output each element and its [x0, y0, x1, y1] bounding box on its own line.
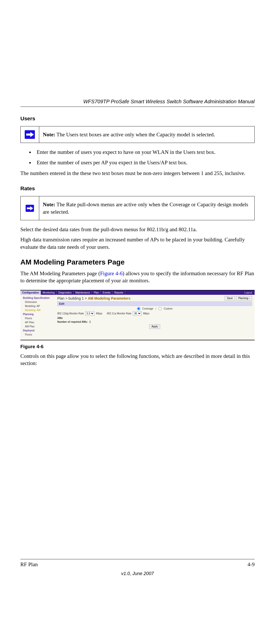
apply-button[interactable]: Apply — [149, 324, 160, 329]
doc-header-title: WFS709TP ProSafe Smart Wireless Switch S… — [20, 99, 255, 107]
required-ams-value: 1 — [89, 320, 91, 323]
ams-label: AMs — [57, 317, 63, 319]
footer-right: 4-9 — [248, 561, 255, 568]
note-prefix: Note: — [43, 201, 55, 208]
save-button[interactable]: Save — [225, 296, 235, 301]
ui-capture: Configuration Monitoring Diagnostics Mai… — [20, 290, 255, 340]
rate-bg-select[interactable]: 5.5 — [85, 311, 94, 316]
page-footer: RF Plan 4-9 — [20, 559, 255, 568]
note-body: The Users text boxes are active only whe… — [55, 131, 215, 138]
rate-a-label: 802.11a Monitor Rate — [107, 312, 131, 315]
sidebar-item-dimension[interactable]: Dimension — [23, 300, 57, 304]
sidebar-item-modeling-ap[interactable]: Modeling: AP — [23, 304, 57, 308]
tab-diagnostics[interactable]: Diagnostics — [57, 290, 74, 295]
note-icon-cell — [21, 196, 39, 220]
breadcrumb-current: AM Modeling Parameters — [88, 296, 130, 300]
footer-left: RF Plan — [20, 561, 38, 568]
sidebar-group-building: Building Specification — [23, 296, 57, 300]
arrow-icon — [25, 130, 35, 139]
note-icon-cell — [21, 126, 39, 143]
users-paragraph: The numbers entered in the these two tex… — [20, 170, 255, 177]
radio-coverage-label: Coverage — [142, 307, 153, 310]
radio-coverage[interactable] — [137, 307, 140, 310]
figure-caption: Figure 4-6 — [20, 344, 255, 349]
rates-paragraph-2: High data transmission rates require an … — [20, 236, 255, 251]
planning-button[interactable]: Planning › — [236, 296, 252, 301]
note-prefix: Note: — [43, 131, 55, 138]
breadcrumb-plan[interactable]: Plan — [57, 296, 64, 300]
heading-am-modeling: AM Modeling Parameters Page — [20, 258, 255, 266]
list-item: Enter the number of users you expect to … — [34, 149, 255, 156]
edit-bar: Edit — [57, 301, 252, 306]
svg-rect-1 — [26, 134, 30, 136]
tab-reports[interactable]: Reports — [113, 290, 125, 295]
arrow-icon — [25, 205, 34, 212]
sidebar-group-planning: Planning — [23, 312, 57, 316]
tab-maintenance[interactable]: Maintenance — [74, 290, 92, 295]
rate-bg-label: 802.11b|g Monitor Rate — [57, 312, 84, 315]
sidebar-group-deployed: Deployed — [23, 329, 57, 333]
users-bullet-list: Enter the number of users you expect to … — [20, 149, 255, 166]
required-ams-label: Number of required AMs: — [57, 320, 88, 323]
rate-a-select[interactable]: 36 — [133, 311, 142, 316]
am-outro-paragraph: Controls on this page allow you to selec… — [20, 353, 255, 367]
logout-link[interactable]: Logout — [244, 291, 255, 294]
figure-link[interactable]: Figure 4-6 — [100, 270, 122, 276]
ui-topbar: Configuration Monitoring Diagnostics Mai… — [20, 290, 255, 295]
intro-text-pre: The AM Modeling Parameters page ( — [20, 270, 100, 276]
figure-4-6: Configuration Monitoring Diagnostics Mai… — [20, 290, 255, 340]
sidebar-item-ap-plan[interactable]: AP Plan — [23, 320, 57, 325]
note-body: The Rate pull-down menus are active only… — [43, 201, 248, 215]
radio-custom-label: Custom — [164, 307, 172, 310]
ui-main: Plan > building 1 > AM Modeling Paramete… — [57, 295, 255, 340]
note-box-users: Note: The Users text boxes are active on… — [20, 126, 255, 143]
tab-monitoring[interactable]: Monitoring — [41, 290, 57, 295]
sidebar-item-modeling-am[interactable]: Modeling: AM — [23, 308, 57, 312]
radio-custom[interactable] — [158, 307, 162, 310]
list-item: Enter the number of users per AP you exp… — [34, 159, 255, 166]
tab-configuration[interactable]: Configuration — [20, 290, 41, 295]
sidebar-item-deployed-floors[interactable]: Floors — [23, 333, 57, 337]
sidebar-item-floors[interactable]: Floors — [23, 316, 57, 320]
breadcrumb: Plan > building 1 > AM Modeling Paramete… — [57, 296, 252, 301]
section-heading-rates: Rates — [20, 185, 255, 192]
note-text: Note: The Users text boxes are active on… — [39, 126, 254, 143]
note-box-rates: Note: The Rate pull-down menus are activ… — [20, 196, 255, 220]
footer-center: v1.0, June 2007 — [0, 571, 275, 576]
tab-plan[interactable]: Plan — [92, 290, 101, 295]
breadcrumb-building[interactable]: building 1 — [68, 296, 84, 300]
svg-rect-4 — [27, 207, 30, 209]
rate-a-unit: Mbps — [143, 312, 149, 315]
rates-paragraph-1: Select the desired data rates from the p… — [20, 226, 255, 233]
ui-sidebar: Building Specification Dimension Modelin… — [20, 295, 57, 340]
am-intro-paragraph: The AM Modeling Parameters page (Figure … — [20, 270, 255, 284]
header-rule — [20, 107, 255, 107]
rate-bg-unit: Mbps — [96, 312, 102, 315]
tab-events[interactable]: Events — [101, 290, 113, 295]
section-heading-users: Users — [20, 115, 255, 122]
note-text: Note: The Rate pull-down menus are activ… — [39, 196, 254, 220]
sidebar-item-am-plan[interactable]: AM Plan — [23, 325, 57, 329]
